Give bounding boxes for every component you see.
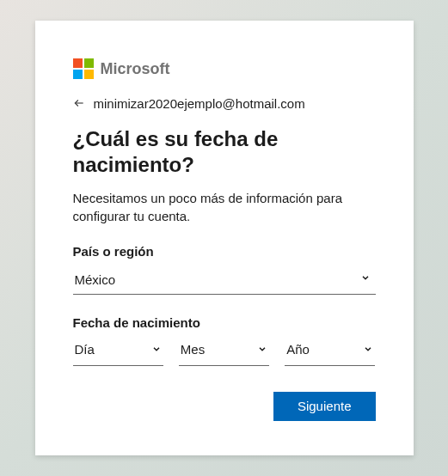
country-value: México [73, 265, 376, 295]
country-select[interactable]: México [73, 265, 376, 295]
button-row: Siguiente [73, 392, 376, 421]
signup-card: Microsoft minimizar2020ejemplo@hotmail.c… [35, 21, 414, 455]
dob-year-value: Año [285, 337, 375, 366]
brand-name: Microsoft [101, 60, 170, 78]
dob-day-select[interactable]: Día [73, 337, 163, 366]
page-title: ¿Cuál es su fecha de nacimiento? [73, 126, 376, 178]
dob-month-value: Mes [179, 337, 269, 366]
microsoft-logo-icon [73, 58, 94, 79]
dob-month-select[interactable]: Mes [179, 337, 269, 366]
next-button[interactable]: Siguiente [273, 392, 376, 421]
back-arrow-icon[interactable] [73, 97, 85, 111]
dob-year-select[interactable]: Año [285, 337, 375, 366]
dob-day-value: Día [73, 337, 163, 366]
brand-row: Microsoft [73, 58, 376, 79]
dob-label: Fecha de nacimiento [73, 315, 376, 330]
page-description: Necesitamos un poco más de información p… [73, 190, 376, 225]
identity-email: minimizar2020ejemplo@hotmail.com [94, 96, 305, 111]
dob-row: Día Mes Año [73, 337, 376, 366]
country-label: País o región [73, 244, 376, 259]
identity-row: minimizar2020ejemplo@hotmail.com [73, 96, 376, 111]
